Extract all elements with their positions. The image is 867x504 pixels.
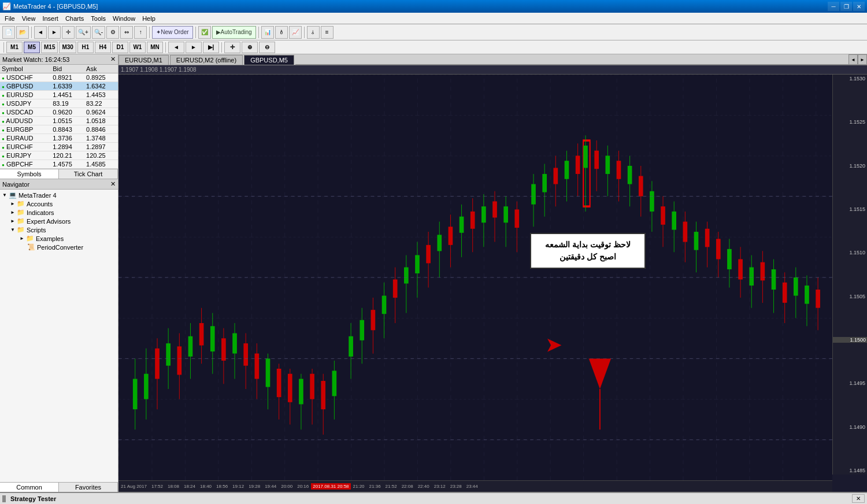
market-watch-scroll[interactable]: Symbol Bid Ask ● USDCHF 0.8921 0.8925 ● … bbox=[0, 65, 118, 169]
market-watch-row[interactable]: ● USDCHF 0.8921 0.8925 bbox=[0, 73, 118, 82]
new-order-button[interactable]: ✦ New Order bbox=[152, 26, 192, 39]
navigator-title: Navigator bbox=[2, 181, 29, 188]
chart-tab-eurusd-m2[interactable]: EURUSD,M2 (offline) bbox=[170, 55, 243, 65]
mw-ask-cell: 83.22 bbox=[84, 99, 118, 108]
period-d1[interactable]: D1 bbox=[112, 42, 128, 53]
market-watch-row[interactable]: ● EURJPY 120.21 120.25 bbox=[0, 151, 118, 160]
market-watch-row[interactable]: ● EURAUD 1.3736 1.3748 bbox=[0, 134, 118, 143]
tb-crosshair[interactable]: ✛ bbox=[62, 26, 75, 39]
nav-expert-advisors[interactable]: ► 📁 Expert Advisors bbox=[1, 217, 117, 225]
period-h1[interactable]: H1 bbox=[77, 42, 94, 53]
menu-help[interactable]: Help bbox=[139, 14, 159, 23]
period-w1[interactable]: W1 bbox=[129, 42, 146, 53]
nav-tab-common[interactable]: Common bbox=[0, 483, 59, 492]
svg-rect-120 bbox=[783, 283, 787, 303]
mw-bid-cell: 1.4575 bbox=[51, 160, 84, 169]
mw-tab-symbols[interactable]: Symbols bbox=[0, 169, 59, 179]
nav-scripts[interactable]: ▼ 📁 Scripts bbox=[1, 225, 117, 234]
tester-close-btn[interactable]: ✕ bbox=[852, 494, 865, 503]
nav-root[interactable]: ▼ 💻 MetaTrader 4 bbox=[1, 191, 117, 199]
tb2-zoom-in[interactable]: ⊕ bbox=[242, 42, 258, 53]
market-watch-row[interactable]: ● GBPUSD 1.6339 1.6342 bbox=[0, 82, 118, 91]
mw-ask-cell: 1.6342 bbox=[84, 82, 118, 91]
menu-window[interactable]: Window bbox=[109, 14, 139, 23]
tb-line-chart[interactable]: 📈 bbox=[289, 26, 302, 39]
market-watch-row[interactable]: ● AUDUSD 1.0515 1.0518 bbox=[0, 117, 118, 125]
period-mn[interactable]: MN bbox=[147, 42, 163, 53]
price-1490: 1.1490 bbox=[833, 424, 867, 430]
menu-file[interactable]: File bbox=[1, 14, 18, 23]
svg-rect-94 bbox=[639, 176, 643, 197]
period-m5[interactable]: M5 bbox=[24, 42, 40, 53]
nav-tab-favorites[interactable]: Favorites bbox=[59, 483, 118, 492]
market-watch-row[interactable]: ● EURCHF 1.2894 1.2897 bbox=[0, 143, 118, 151]
chart-scroll-left[interactable]: ◄ bbox=[849, 54, 858, 65]
autotrading-button[interactable]: ▶ AutoTrading bbox=[212, 26, 256, 39]
mw-tab-tick-chart[interactable]: Tick Chart bbox=[59, 169, 118, 179]
minimize-button[interactable]: ─ bbox=[828, 2, 839, 11]
mw-symbol-cell: ● GBPCHF bbox=[0, 160, 51, 169]
chart-container[interactable]: 1.1530 1.1525 1.1520 1.1515 1.1510 1.150… bbox=[118, 75, 867, 492]
tb-forward[interactable]: ► bbox=[48, 26, 61, 39]
tb-new-chart[interactable]: 📄 bbox=[2, 26, 15, 39]
restore-button[interactable]: ❐ bbox=[840, 2, 852, 11]
tb-indicators[interactable]: ⫰ bbox=[307, 26, 320, 39]
tester-header: Strategy Tester ✕ bbox=[0, 493, 867, 504]
tb-bar-chart[interactable]: 📊 bbox=[261, 26, 274, 39]
market-watch-row[interactable]: ● EURUSD 1.4451 1.4453 bbox=[0, 91, 118, 99]
menu-tools[interactable]: Tools bbox=[87, 14, 109, 23]
tb-chart-up[interactable]: ↑ bbox=[134, 26, 147, 39]
market-watch-row[interactable]: ● EURGBP 0.8843 0.8846 bbox=[0, 125, 118, 134]
price-1525: 1.1525 bbox=[833, 119, 867, 125]
mw-col-ask: Ask bbox=[84, 65, 118, 73]
period-m15[interactable]: M15 bbox=[41, 42, 58, 53]
market-watch-row[interactable]: ● USDJPY 83.19 83.22 bbox=[0, 99, 118, 108]
mw-dir-icon: ● bbox=[2, 136, 5, 142]
nav-examples[interactable]: ► 📁 Examples bbox=[1, 234, 117, 243]
tb-expert-on[interactable]: ✅ bbox=[198, 26, 211, 39]
price-1495: 1.1495 bbox=[833, 380, 867, 386]
svg-rect-118 bbox=[772, 269, 776, 290]
time-9: 19:44 bbox=[262, 484, 279, 489]
tb-zoom-out[interactable]: 🔍- bbox=[92, 26, 105, 39]
tb-zoom-in[interactable]: 🔍+ bbox=[76, 26, 91, 39]
market-watch-close[interactable]: ✕ bbox=[110, 55, 116, 63]
menu-view[interactable]: View bbox=[18, 14, 39, 23]
tb-properties[interactable]: ⚙ bbox=[106, 26, 119, 39]
navigator-close[interactable]: ✕ bbox=[110, 180, 116, 188]
period-m1[interactable]: M1 bbox=[6, 42, 23, 53]
tb2-forward[interactable]: ► bbox=[186, 42, 202, 53]
tb2-zoom-out[interactable]: ⊖ bbox=[259, 42, 275, 53]
chart-scroll-right[interactable]: ► bbox=[858, 54, 867, 65]
nav-period-converter[interactable]: 📜 PeriodConverter bbox=[1, 243, 117, 251]
tb-back[interactable]: ◄ bbox=[34, 26, 47, 39]
market-watch-row[interactable]: ● GBPCHF 1.4575 1.4585 bbox=[0, 160, 118, 169]
tester-resize-handle[interactable] bbox=[2, 495, 6, 502]
chart-tab-eurusd-m1[interactable]: EURUSD,M1 bbox=[118, 55, 169, 65]
mw-bid-cell: 1.2894 bbox=[51, 143, 84, 151]
tb-candle-chart[interactable]: 🕯 bbox=[275, 26, 288, 39]
time-4: 18:24 bbox=[181, 484, 198, 489]
market-watch-row[interactable]: ● USDCAD 0.9620 0.9624 bbox=[0, 108, 118, 117]
t2-sep2 bbox=[221, 42, 222, 53]
chart-tab-gbpusd-m5[interactable]: GBPUSD,M5 bbox=[244, 55, 294, 65]
chart-symbol-info: 1.1907 1.1908 1.1907 1.1908 bbox=[121, 66, 197, 73]
mw-bid-cell: 0.8921 bbox=[51, 73, 84, 82]
period-m30[interactable]: M30 bbox=[59, 42, 76, 53]
tb2-end[interactable]: ▶| bbox=[203, 42, 219, 53]
tb-chart-move[interactable]: ⇔ bbox=[120, 26, 133, 39]
mw-dir-icon: ● bbox=[2, 162, 5, 168]
menu-charts[interactable]: Charts bbox=[62, 14, 87, 23]
nav-accounts[interactable]: ► 📁 Accounts bbox=[1, 199, 117, 208]
svg-rect-57 bbox=[437, 235, 442, 251]
menu-insert[interactable]: Insert bbox=[39, 14, 62, 23]
tb-templates[interactable]: ≡ bbox=[321, 26, 334, 39]
time-18: 23:12 bbox=[432, 484, 448, 489]
close-button[interactable]: ✕ bbox=[853, 2, 865, 11]
navigator-tabs: Common Favorites bbox=[0, 482, 118, 492]
tb2-back[interactable]: ◄ bbox=[168, 42, 184, 53]
nav-indicators[interactable]: ► 📁 Indicators bbox=[1, 208, 117, 217]
tb-open[interactable]: 📂 bbox=[16, 26, 29, 39]
tb2-crosshair[interactable]: ✛ bbox=[224, 42, 240, 53]
period-h4[interactable]: H4 bbox=[95, 42, 111, 53]
